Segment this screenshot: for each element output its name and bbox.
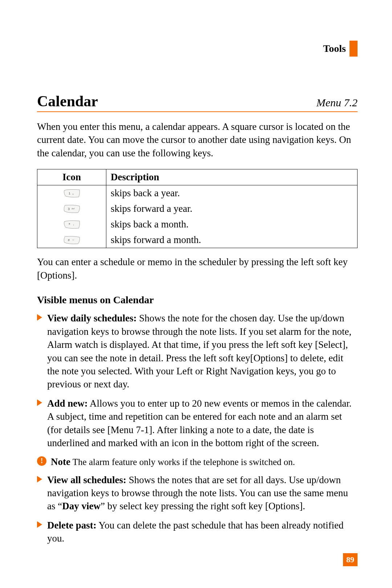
- menu-number: Menu 7.2: [317, 96, 358, 109]
- item-title: Delete past:: [47, 520, 97, 531]
- triangle-icon: [37, 521, 42, 528]
- page-number: 89: [343, 553, 358, 566]
- list-item: Add new: Allows you to enter up to 20 ne…: [37, 397, 358, 450]
- note-text: The alarm feature only works if the tele…: [70, 457, 295, 467]
- svg-text:∞: ∞: [72, 193, 74, 195]
- section-label: Tools: [323, 43, 346, 54]
- table-row: *↕ skips back a month.: [37, 217, 358, 232]
- item-body: Allows you to enter up to 20 new events …: [47, 398, 351, 448]
- item-title: View all schedules:: [47, 474, 126, 485]
- table-row: #⚏ skips forward a month.: [37, 232, 358, 248]
- table-cell-desc: skips forward a year.: [106, 201, 358, 217]
- key-star-icon: *↕: [64, 220, 80, 229]
- svg-text:1: 1: [69, 192, 70, 195]
- key-3-icon: 3def: [64, 205, 80, 213]
- intro-paragraph: When you enter this menu, a calendar app…: [37, 120, 358, 160]
- triangle-icon: [37, 314, 42, 321]
- item-title: View daily schedules:: [47, 313, 137, 324]
- table-row: 1∞ skips back a year.: [37, 185, 358, 201]
- list-item: View daily schedules: Shows the note for…: [37, 312, 358, 391]
- table-header-icon: Icon: [37, 169, 106, 185]
- table-row: 3def skips forward a year.: [37, 201, 358, 217]
- table-cell-desc: skips back a month.: [106, 217, 358, 232]
- list-item: View all schedules: Shows the notes that…: [37, 473, 358, 513]
- table-cell-desc: skips back a year.: [106, 185, 358, 201]
- section-marker: [350, 41, 358, 57]
- key-hash-icon: #⚏: [64, 236, 80, 244]
- key-1-icon: 1∞: [64, 189, 80, 198]
- table-cell-desc: skips forward a month.: [106, 232, 358, 248]
- key-table: Icon Description 1∞ skips back a year. 3…: [37, 169, 358, 248]
- svg-text:#: #: [68, 238, 70, 242]
- item-body-post: ” by select key pressing the right soft …: [101, 501, 305, 511]
- item-title: Add new:: [47, 398, 88, 409]
- svg-text:*: *: [69, 222, 70, 227]
- section-header: Tools: [323, 41, 358, 57]
- triangle-icon: [37, 399, 42, 406]
- triangle-icon: [37, 476, 42, 482]
- note-label: Note: [51, 456, 70, 467]
- after-table-paragraph: You can enter a schedule or memo in the …: [37, 255, 358, 282]
- page-title: Calendar: [37, 92, 98, 110]
- subheading: Visible menus on Calendar: [37, 294, 358, 306]
- svg-text:3: 3: [68, 207, 70, 211]
- item-body-bold: Day view: [62, 501, 101, 511]
- svg-text:⚏: ⚏: [72, 239, 74, 241]
- note-icon: !: [37, 456, 46, 466]
- title-row: Calendar Menu 7.2: [37, 92, 358, 112]
- note-block: ! Note The alarm feature only works if t…: [37, 456, 358, 468]
- table-header-description: Description: [106, 169, 358, 185]
- svg-text:↕: ↕: [73, 223, 74, 226]
- svg-text:def: def: [72, 207, 75, 210]
- list-item: Delete past: You can delete the past sch…: [37, 519, 358, 545]
- item-body: Shows the note for the chosen day. Use t…: [47, 313, 351, 390]
